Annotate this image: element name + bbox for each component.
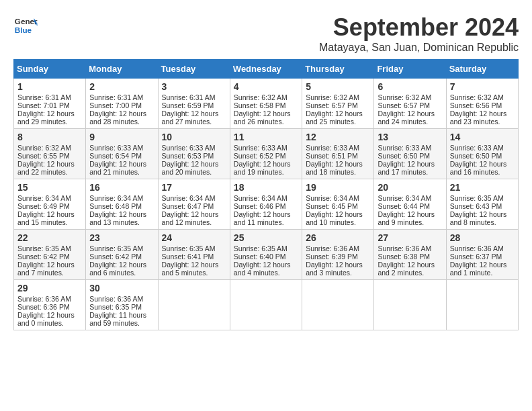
day-info-line: Sunrise: 6:33 AM bbox=[378, 144, 442, 152]
day-info-line: and 4 minutes. bbox=[234, 269, 298, 277]
day-info-line: and 24 minutes. bbox=[378, 118, 442, 126]
day-number: 23 bbox=[89, 232, 154, 243]
day-info-line: Sunset: 6:37 PM bbox=[450, 253, 515, 261]
day-info-line: Sunset: 6:51 PM bbox=[306, 152, 370, 160]
day-number: 21 bbox=[450, 182, 515, 193]
calendar-table: SundayMondayTuesdayWednesdayThursdayFrid… bbox=[13, 59, 519, 330]
day-info-line: Sunset: 6:52 PM bbox=[234, 152, 298, 160]
day-info-line: Sunrise: 6:33 AM bbox=[89, 144, 154, 152]
day-info-line: Sunset: 6:58 PM bbox=[234, 101, 298, 109]
calendar-cell: 26Sunrise: 6:36 AMSunset: 6:39 PMDayligh… bbox=[302, 230, 374, 280]
day-info-line: Sunrise: 6:34 AM bbox=[162, 194, 226, 202]
day-info-line: and 20 minutes. bbox=[162, 168, 226, 176]
day-info-line: Sunrise: 6:35 AM bbox=[450, 194, 515, 202]
day-info-line: Sunset: 6:44 PM bbox=[378, 202, 442, 210]
day-info-line: Sunset: 6:48 PM bbox=[89, 202, 154, 210]
day-info-line: Daylight: 11 hours bbox=[89, 311, 154, 319]
calendar-cell bbox=[446, 280, 518, 330]
day-info-line: and 1 minute. bbox=[450, 269, 515, 277]
calendar-cell bbox=[374, 280, 446, 330]
day-info-line: and 59 minutes. bbox=[89, 319, 154, 327]
column-header-saturday: Saturday bbox=[446, 60, 518, 79]
day-number: 28 bbox=[450, 232, 515, 243]
calendar-cell: 14Sunrise: 6:33 AMSunset: 6:50 PMDayligh… bbox=[446, 129, 518, 179]
calendar-week-row: 8Sunrise: 6:32 AMSunset: 6:55 PMDaylight… bbox=[14, 129, 519, 179]
day-info-line: and 23 minutes. bbox=[450, 118, 515, 126]
day-info-line: Sunrise: 6:34 AM bbox=[89, 194, 154, 202]
logo: General Blue bbox=[13, 13, 38, 38]
day-info-line: Daylight: 12 hours bbox=[162, 261, 226, 269]
day-info-line: Sunrise: 6:31 AM bbox=[17, 93, 82, 101]
day-info-line: Daylight: 12 hours bbox=[378, 210, 442, 218]
day-info-line: and 7 minutes. bbox=[17, 269, 82, 277]
day-info-line: and 10 minutes. bbox=[306, 218, 370, 226]
day-info-line: Daylight: 12 hours bbox=[378, 261, 442, 269]
day-number: 2 bbox=[89, 81, 154, 92]
day-info-line: Sunset: 6:38 PM bbox=[378, 253, 442, 261]
day-info-line: Sunrise: 6:36 AM bbox=[378, 244, 442, 253]
day-info-line: Daylight: 12 hours bbox=[89, 160, 154, 168]
day-info-line: and 0 minutes. bbox=[17, 319, 82, 327]
day-info-line: and 9 minutes. bbox=[378, 218, 442, 226]
day-info-line: Daylight: 12 hours bbox=[162, 160, 226, 168]
logo-icon: General Blue bbox=[13, 13, 38, 38]
day-info-line: Sunset: 6:56 PM bbox=[450, 101, 515, 109]
calendar-cell: 8Sunrise: 6:32 AMSunset: 6:55 PMDaylight… bbox=[14, 129, 86, 179]
day-info-line: Daylight: 12 hours bbox=[306, 160, 370, 168]
day-number: 26 bbox=[306, 232, 370, 243]
day-info-line: and 28 minutes. bbox=[89, 118, 154, 126]
day-info-line: Sunrise: 6:34 AM bbox=[306, 194, 370, 202]
day-info-line: and 3 minutes. bbox=[306, 269, 370, 277]
day-info-line: Sunset: 6:50 PM bbox=[450, 152, 515, 160]
day-number: 9 bbox=[89, 132, 154, 142]
calendar-cell: 5Sunrise: 6:32 AMSunset: 6:57 PMDaylight… bbox=[302, 79, 374, 129]
day-info-line: Sunrise: 6:33 AM bbox=[450, 144, 515, 152]
calendar-cell: 29Sunrise: 6:36 AMSunset: 6:36 PMDayligh… bbox=[14, 280, 86, 330]
day-number: 7 bbox=[450, 81, 515, 92]
day-info-line: and 26 minutes. bbox=[234, 118, 298, 126]
calendar-cell: 7Sunrise: 6:32 AMSunset: 6:56 PMDaylight… bbox=[446, 79, 518, 129]
day-info-line: Daylight: 12 hours bbox=[234, 109, 298, 118]
day-number: 29 bbox=[17, 283, 82, 293]
calendar-cell: 17Sunrise: 6:34 AMSunset: 6:47 PMDayligh… bbox=[158, 179, 230, 230]
calendar-cell: 25Sunrise: 6:35 AMSunset: 6:40 PMDayligh… bbox=[230, 230, 302, 280]
day-info-line: Sunrise: 6:36 AM bbox=[17, 295, 82, 303]
day-info-line: Daylight: 12 hours bbox=[162, 109, 226, 118]
day-info-line: Sunrise: 6:36 AM bbox=[89, 295, 154, 303]
day-info-line: Sunrise: 6:32 AM bbox=[450, 93, 515, 101]
day-info-line: Sunrise: 6:33 AM bbox=[306, 144, 370, 152]
day-info-line: Daylight: 12 hours bbox=[234, 261, 298, 269]
calendar-week-row: 29Sunrise: 6:36 AMSunset: 6:36 PMDayligh… bbox=[14, 280, 519, 330]
day-number: 10 bbox=[162, 132, 226, 142]
day-info-line: Sunset: 6:42 PM bbox=[17, 253, 82, 261]
day-number: 3 bbox=[162, 81, 226, 92]
day-number: 27 bbox=[378, 232, 442, 243]
day-info-line: Sunrise: 6:34 AM bbox=[17, 194, 82, 202]
calendar-cell: 22Sunrise: 6:35 AMSunset: 6:42 PMDayligh… bbox=[14, 230, 86, 280]
day-info-line: Sunrise: 6:35 AM bbox=[162, 244, 226, 253]
day-number: 24 bbox=[162, 232, 226, 243]
day-info-line: and 11 minutes. bbox=[234, 218, 298, 226]
calendar-cell: 4Sunrise: 6:32 AMSunset: 6:58 PMDaylight… bbox=[230, 79, 302, 129]
day-number: 22 bbox=[17, 232, 82, 243]
calendar-cell: 19Sunrise: 6:34 AMSunset: 6:45 PMDayligh… bbox=[302, 179, 374, 230]
day-number: 6 bbox=[378, 81, 442, 92]
day-info-line: Sunset: 6:46 PM bbox=[234, 202, 298, 210]
day-number: 16 bbox=[89, 182, 154, 193]
calendar-cell: 24Sunrise: 6:35 AMSunset: 6:41 PMDayligh… bbox=[158, 230, 230, 280]
day-number: 17 bbox=[162, 182, 226, 193]
day-info-line: Daylight: 12 hours bbox=[306, 210, 370, 218]
calendar-cell: 13Sunrise: 6:33 AMSunset: 6:50 PMDayligh… bbox=[374, 129, 446, 179]
day-info-line: Daylight: 12 hours bbox=[17, 160, 82, 168]
day-info-line: Sunrise: 6:36 AM bbox=[306, 244, 370, 253]
day-info-line: Sunrise: 6:32 AM bbox=[234, 93, 298, 101]
column-header-monday: Monday bbox=[86, 60, 158, 79]
day-info-line: Daylight: 12 hours bbox=[17, 261, 82, 269]
day-number: 14 bbox=[450, 132, 515, 142]
day-info-line: Sunset: 6:55 PM bbox=[17, 152, 82, 160]
day-info-line: Daylight: 12 hours bbox=[306, 261, 370, 269]
calendar-cell: 20Sunrise: 6:34 AMSunset: 6:44 PMDayligh… bbox=[374, 179, 446, 230]
column-header-sunday: Sunday bbox=[14, 60, 86, 79]
day-info-line: and 29 minutes. bbox=[17, 118, 82, 126]
day-info-line: and 8 minutes. bbox=[450, 218, 515, 226]
